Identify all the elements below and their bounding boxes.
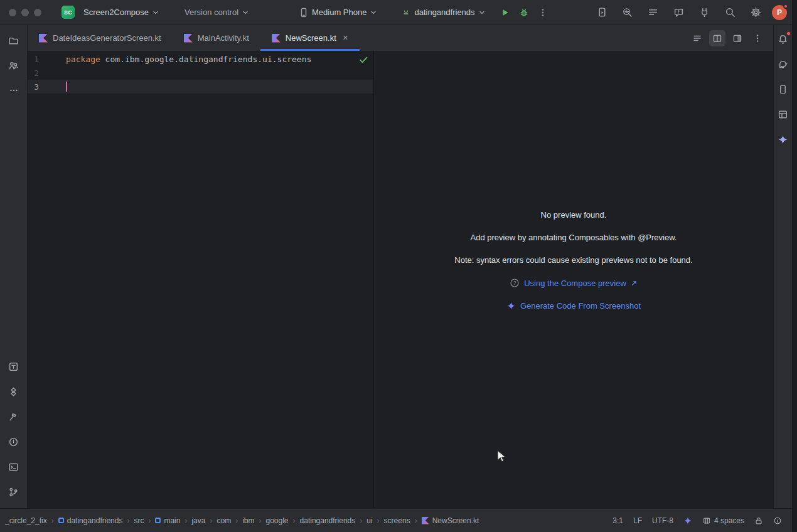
chat-alert-icon [673, 7, 684, 18]
code-line-2[interactable]: 2 [28, 66, 373, 80]
layout-panels-icon [778, 109, 788, 120]
terminal-toolwindow-button[interactable] [4, 457, 24, 477]
build-toolwindow-button[interactable] [4, 407, 24, 427]
breadcrumb-item[interactable]: google [265, 516, 288, 525]
device-explorer-button[interactable] [774, 80, 792, 98]
indent-widget[interactable]: 4 spaces [702, 516, 744, 525]
split-view-icon [712, 33, 722, 43]
tab-mainactivity[interactable]: MainActivity.kt [173, 25, 260, 51]
breadcrumb-separator: › [235, 516, 238, 525]
breadcrumb-item-file[interactable]: NewScreen.kt [422, 516, 479, 525]
problems-icon [8, 437, 19, 447]
version-control-menu[interactable]: Version control [181, 3, 253, 22]
logcat-icon [648, 7, 658, 18]
breadcrumb-separator: › [415, 516, 417, 525]
external-link-icon [631, 280, 638, 287]
tab-newscreen[interactable]: NewScreen.kt ✕ [260, 25, 360, 51]
breadcrumb-item[interactable]: com [217, 516, 231, 525]
keyword-token: package [66, 55, 100, 64]
editor-options-button[interactable] [749, 30, 766, 46]
logcat-button[interactable] [643, 3, 662, 22]
code-line-1[interactable]: 1 package com.ibm.google.datingandfriend… [28, 52, 373, 66]
window-minimize-button[interactable] [21, 9, 29, 16]
diamonds-icon [8, 386, 19, 397]
compose-preview-pane: No preview found. Add preview by annotat… [374, 51, 773, 508]
gemini-status-widget[interactable] [683, 516, 692, 525]
split-mode-button[interactable] [709, 30, 725, 46]
breadcrumb-item[interactable]: src [134, 516, 144, 525]
gemini-toolwindow-button[interactable] [774, 130, 792, 148]
code-line-3[interactable]: 3 [28, 80, 373, 93]
users-icon [8, 60, 19, 71]
breadcrumb-separator: › [51, 516, 54, 525]
search-everywhere-button[interactable] [720, 3, 739, 22]
code-editor[interactable]: 1 package com.ibm.google.datingandfriend… [28, 51, 373, 508]
layout-inspector-button[interactable] [774, 105, 792, 123]
debug-button[interactable] [515, 3, 533, 22]
generate-code-link[interactable]: Generate Code From Screenshot [506, 301, 641, 311]
structure-toolwindow-button[interactable] [4, 55, 24, 75]
folder-icon [8, 35, 19, 46]
tab-close-icon[interactable]: ✕ [343, 35, 348, 41]
kotlin-file-icon [272, 34, 281, 43]
profiler-button[interactable] [618, 3, 636, 22]
source-root-icon [155, 518, 161, 523]
breadcrumb-item[interactable]: ibm [242, 516, 254, 525]
window-close-button[interactable] [9, 9, 16, 16]
window-zoom-button[interactable] [34, 9, 41, 16]
statusbar-widgets: 3:1 LF UTF-8 4 spaces [612, 516, 782, 525]
text-box-icon [8, 361, 19, 372]
breadcrumb-item[interactable]: datingandfriends [58, 516, 123, 525]
screenshot-test-toolwindow-button[interactable] [4, 356, 24, 376]
version-control-label: Version control [185, 8, 238, 17]
notifications-button[interactable] [774, 30, 792, 48]
plug-icon [699, 7, 710, 18]
running-devices-button[interactable] [592, 3, 611, 22]
add-preview-message: Add preview by annotating Composables wi… [471, 233, 677, 242]
breadcrumb-item[interactable]: java [191, 516, 205, 525]
readonly-toggle-widget[interactable] [754, 516, 763, 525]
design-mode-button[interactable] [729, 30, 746, 46]
code-mode-button[interactable] [689, 30, 705, 46]
caret-position-widget[interactable]: 3:1 [612, 516, 623, 525]
version-control-toolwindow-button[interactable] [4, 482, 24, 502]
avatar-initial: P [777, 8, 782, 17]
more-actions-button[interactable] [533, 3, 552, 22]
info-widget[interactable] [773, 516, 782, 525]
more-horizontal-icon [9, 85, 19, 95]
syntax-note-message: Note: syntax errors could cause existing… [454, 255, 692, 265]
breadcrumb-item[interactable]: _circle_2_fix [5, 516, 47, 525]
tab-label: NewScreen.kt [286, 33, 336, 43]
inspections-widget[interactable] [358, 55, 368, 66]
device-connection-button[interactable] [695, 3, 714, 22]
editor-tab-bar: DateIdeasGeneratorScreen.kt MainActivity… [28, 25, 773, 51]
project-selector[interactable]: Screen2Compose [80, 3, 163, 22]
settings-button[interactable] [746, 3, 765, 22]
device-selector[interactable]: Medium Phone [295, 3, 381, 22]
code-text [66, 82, 67, 92]
kotlin-file-icon [422, 517, 429, 524]
compose-preview-help-link[interactable]: ? Using the Compose preview [510, 278, 638, 288]
more-toolwindows-button[interactable] [4, 80, 24, 100]
breadcrumb-item[interactable]: screens [384, 516, 410, 525]
breadcrumb-item[interactable]: main [155, 516, 180, 525]
compose-preview-link-label: Using the Compose preview [524, 279, 626, 288]
breadcrumb-item[interactable]: datingandfriends [300, 516, 356, 525]
problems-toolwindow-button[interactable] [4, 432, 24, 452]
user-avatar[interactable]: P [772, 5, 787, 20]
app-quality-insights-button[interactable] [669, 3, 688, 22]
info-circle-icon [773, 516, 782, 525]
gradle-toolwindow-button[interactable] [774, 55, 792, 73]
project-toolwindow-button[interactable] [4, 30, 24, 50]
run-configuration-selector[interactable]: datingandfriends [397, 3, 489, 22]
run-button[interactable] [496, 3, 515, 22]
build-variants-toolwindow-button[interactable] [4, 381, 24, 402]
phone-icon [299, 8, 309, 18]
device-mirror-icon [596, 7, 607, 18]
breadcrumb-item[interactable]: ui [366, 516, 372, 525]
encoding-widget[interactable]: UTF-8 [652, 516, 673, 525]
chevron-down-icon [370, 9, 377, 16]
package-path: com.ibm.google.datingandfriends.ui.scree… [100, 55, 312, 64]
tab-dateideasgeneratorscreen[interactable]: DateIdeasGeneratorScreen.kt [28, 25, 173, 51]
line-separator-widget[interactable]: LF [633, 516, 642, 525]
